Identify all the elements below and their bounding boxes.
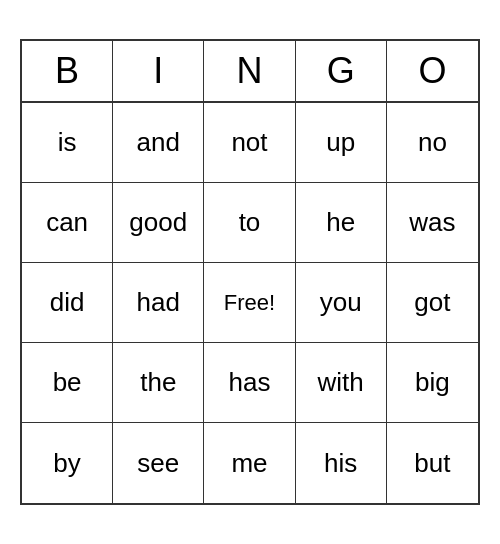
cell-r4-c4[interactable]: but: [387, 423, 478, 503]
cell-r2-c4[interactable]: got: [387, 263, 478, 343]
cell-r2-c1[interactable]: had: [113, 263, 204, 343]
cell-r0-c0[interactable]: is: [22, 103, 113, 183]
header-letter: B: [22, 41, 113, 101]
cell-r4-c3[interactable]: his: [296, 423, 387, 503]
bingo-card: BINGO isandnotupnocangoodtohewasdidhadFr…: [20, 39, 480, 505]
bingo-grid: isandnotupnocangoodtohewasdidhadFree!you…: [22, 103, 478, 503]
header-letter: O: [387, 41, 478, 101]
cell-r4-c2[interactable]: me: [204, 423, 295, 503]
cell-r3-c0[interactable]: be: [22, 343, 113, 423]
bingo-header: BINGO: [22, 41, 478, 103]
header-letter: I: [113, 41, 204, 101]
cell-r2-c2[interactable]: Free!: [204, 263, 295, 343]
header-letter: G: [296, 41, 387, 101]
cell-r3-c1[interactable]: the: [113, 343, 204, 423]
cell-r1-c2[interactable]: to: [204, 183, 295, 263]
cell-r2-c3[interactable]: you: [296, 263, 387, 343]
cell-r4-c1[interactable]: see: [113, 423, 204, 503]
cell-r0-c2[interactable]: not: [204, 103, 295, 183]
cell-r1-c4[interactable]: was: [387, 183, 478, 263]
cell-r0-c4[interactable]: no: [387, 103, 478, 183]
cell-r2-c0[interactable]: did: [22, 263, 113, 343]
cell-r3-c2[interactable]: has: [204, 343, 295, 423]
cell-r0-c3[interactable]: up: [296, 103, 387, 183]
cell-r4-c0[interactable]: by: [22, 423, 113, 503]
cell-r1-c0[interactable]: can: [22, 183, 113, 263]
cell-r0-c1[interactable]: and: [113, 103, 204, 183]
cell-r3-c3[interactable]: with: [296, 343, 387, 423]
header-letter: N: [204, 41, 295, 101]
cell-r1-c1[interactable]: good: [113, 183, 204, 263]
cell-r1-c3[interactable]: he: [296, 183, 387, 263]
cell-r3-c4[interactable]: big: [387, 343, 478, 423]
